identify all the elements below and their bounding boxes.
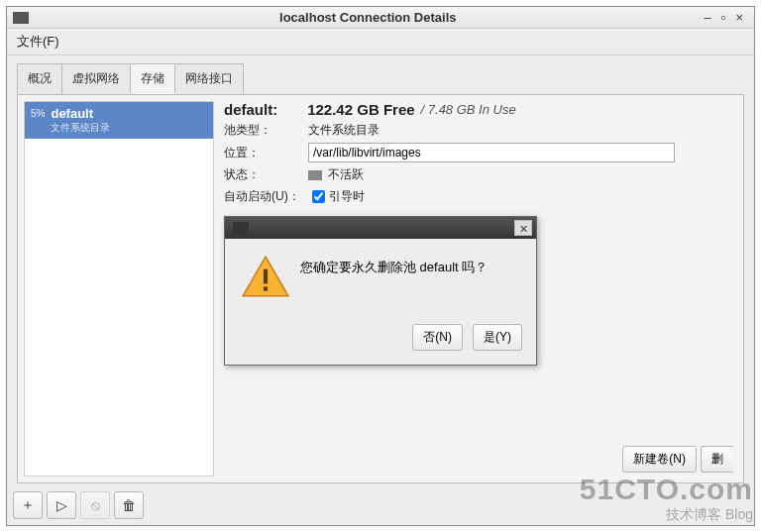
menu-file[interactable]: 文件(F) [17,34,59,49]
pool-usage-percent: 5% [31,108,45,119]
tabs: 概况 虚拟网络 存储 网络接口 [7,55,754,94]
close-button[interactable]: × [730,10,748,25]
dialog-yes-button[interactable]: 是(Y) [473,324,522,351]
detail-free: 122.42 GB Free [307,101,414,118]
stop-icon: ⦸ [91,497,100,514]
detail-used: / 7.48 GB In Use [421,102,516,117]
pool-toolbar: ＋ ▷ ⦸ 🗑 [7,489,754,525]
dialog-close-button[interactable]: ✕ [514,220,532,236]
tab-virtual-network[interactable]: 虚拟网络 [61,63,131,94]
location-label: 位置： [224,145,308,161]
plus-icon: ＋ [21,496,35,514]
location-input[interactable] [308,143,675,162]
play-icon: ▷ [56,497,67,513]
autostart-value: 引导时 [329,188,365,205]
window-title: localhost Connection Details [37,10,700,25]
new-volume-button[interactable]: 新建卷(N) [622,446,697,473]
state-value: 不活跃 [328,166,364,183]
maximize-button[interactable]: ▫ [716,10,731,25]
stop-pool-button: ⦸ [80,491,110,519]
dialog-app-icon [233,222,249,234]
state-label: 状态： [224,166,308,183]
pool-item-default[interactable]: 5% default 文件系统目录 [25,102,213,139]
warning-icon [241,255,290,302]
tab-network-interface[interactable]: 网络接口 [174,63,244,94]
pool-type-value: 文件系统目录 [308,122,380,139]
start-pool-button[interactable]: ▷ [47,491,76,519]
pool-type-label: 池类型： [224,122,308,139]
minimize-button[interactable]: – [700,10,716,25]
autostart-label: 自动启动(U)： [224,188,308,205]
tab-storage[interactable]: 存储 [130,63,175,94]
pool-list: 5% default 文件系统目录 [24,101,214,477]
delete-pool-button[interactable]: 🗑 [114,491,144,519]
detail-name: default: [224,101,277,118]
confirm-dialog: ✕ 您确定要永久删除池 default 吗？ 否(N) 是(Y) [224,216,537,366]
menubar: 文件(F) [7,29,754,55]
pool-name: default [51,106,110,121]
trash-icon: 🗑 [122,497,136,513]
svg-rect-1 [264,269,268,284]
dialog-titlebar: ✕ [225,217,536,239]
dialog-no-button[interactable]: 否(N) [412,324,463,351]
add-pool-button[interactable]: ＋ [13,491,43,519]
titlebar: localhost Connection Details – ▫ × [7,7,754,29]
state-icon [308,170,322,180]
tab-overview[interactable]: 概况 [17,63,62,94]
app-icon [13,12,29,24]
autostart-checkbox[interactable] [312,190,325,203]
pool-subtitle: 文件系统目录 [51,121,110,135]
dialog-message: 您确定要永久删除池 default 吗？ [300,259,488,276]
svg-rect-2 [264,286,268,290]
delete-volume-button[interactable]: 删 [701,446,733,473]
